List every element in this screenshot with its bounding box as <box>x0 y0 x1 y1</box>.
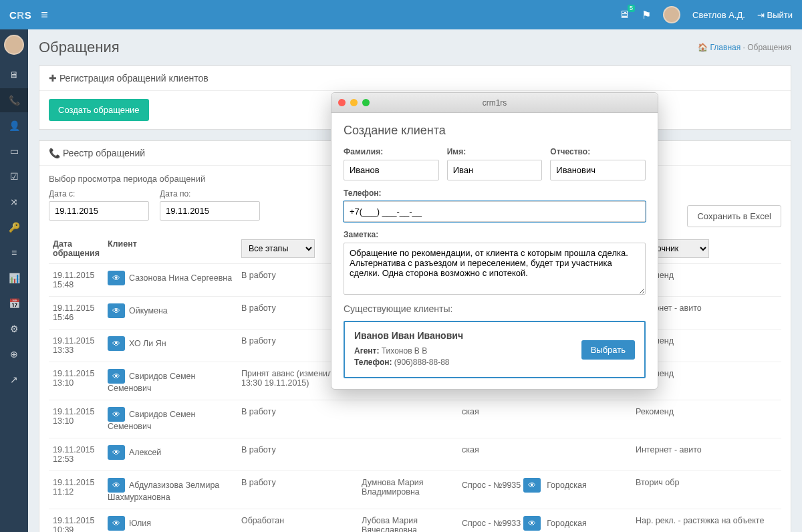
view-client-icon[interactable]: 👁 <box>108 407 125 422</box>
flag-icon[interactable]: ⚑ <box>642 9 651 21</box>
topbar: CRS ≡ 🖥5 ⚑ Светлов А.Д. ⇥ Выйти <box>0 0 802 29</box>
modal-window-title: crm1rs <box>331 98 658 108</box>
logout-button[interactable]: ⇥ Выйти <box>757 10 793 20</box>
create-request-button[interactable]: Создать обращение <box>49 99 149 121</box>
cell-deal: Спрос - №9933 👁 Городская <box>458 509 591 533</box>
lastname-label: Фамилия: <box>344 147 439 156</box>
calendar-icon[interactable]: 📅 <box>0 291 28 315</box>
cell-source: Рекоменд <box>632 400 781 438</box>
username-label: Светлов А.Д. <box>692 10 745 20</box>
phone-label: Телефон: <box>344 188 646 198</box>
cell-client: 👁ХО Ли Ян <box>104 329 237 362</box>
middlename-input[interactable] <box>550 160 646 180</box>
cell-date: 19.11.2015 15:48 <box>49 264 104 297</box>
cell-agent: Думнова Мария Владимировна <box>358 471 458 509</box>
note-textarea[interactable] <box>344 243 646 295</box>
middlename-label: Отчество: <box>550 147 646 156</box>
table-row: 19.11.2015 13:10 👁Свиридов Семен Семенов… <box>49 400 781 438</box>
cell-agent: Лубова Мария Вячеславовна <box>358 509 458 533</box>
cell-date: 19.11.2015 11:12 <box>49 471 104 509</box>
modal-titlebar[interactable]: crm1rs <box>331 93 658 113</box>
cell-client: 👁Свиридов Семен Семенович <box>104 362 237 400</box>
phone-input[interactable] <box>344 201 646 222</box>
globe-icon[interactable]: ⊕ <box>0 342 28 366</box>
cell-agent <box>358 438 458 471</box>
existing-clients-header: Существующие клиенты: <box>344 303 646 314</box>
cell-source: Вторич обр <box>632 471 781 509</box>
tablet-icon[interactable]: ▭ <box>0 139 28 163</box>
table-row: 19.11.2015 11:12 👁Абдулазизова Зелмира Ш… <box>49 471 781 509</box>
cell-client: 👁Алексей <box>104 438 237 471</box>
monitor-icon[interactable]: 🖥 <box>0 63 28 87</box>
monitor-icon[interactable]: 🖥5 <box>619 9 630 21</box>
avatar[interactable] <box>663 6 680 23</box>
breadcrumb-home[interactable]: Главная <box>710 43 741 52</box>
stage-filter-select[interactable]: Все этапы <box>241 239 315 258</box>
date-from-input[interactable] <box>49 201 149 221</box>
cell-deal: Спрос - №9935 👁 Городская <box>458 471 591 509</box>
view-client-icon[interactable]: 👁 <box>108 369 125 384</box>
chart-icon[interactable]: 📊 <box>0 266 28 290</box>
table-row: 19.11.2015 12:53 👁Алексей В работу ская … <box>49 438 781 471</box>
note-label: Заметка: <box>344 230 646 239</box>
cell-client: 👁Абдулазизова Зелмира Шахмурхановна <box>104 471 237 509</box>
existing-client-card: Иванов Иван Иванович Агент: Тихонов В В … <box>344 321 646 378</box>
cell-source: Нар. рекл. - растяжка на объекте <box>632 509 781 533</box>
view-client-icon[interactable]: 👁 <box>108 303 125 318</box>
key-icon[interactable]: 🔑 <box>0 215 28 239</box>
select-client-button[interactable]: Выбрать <box>581 340 635 360</box>
external-link-icon[interactable]: ↗ <box>0 368 28 392</box>
cell-deal: ская <box>458 400 591 438</box>
cell-deal: ская <box>458 438 591 471</box>
view-client-icon[interactable]: 👁 <box>108 271 125 285</box>
create-client-modal: crm1rs Создание клиента Фамилия: Имя: От… <box>331 92 658 390</box>
view-client-icon[interactable]: 👁 <box>108 516 125 531</box>
cell-date: 19.11.2015 15:46 <box>49 297 104 329</box>
date-to-input[interactable] <box>160 201 260 221</box>
existing-client-name: Иванов Иван Иванович <box>354 330 463 341</box>
cell-agent <box>358 400 458 438</box>
cell-stage: В работу <box>237 400 358 438</box>
cell-date: 19.11.2015 10:39 <box>49 509 104 533</box>
notification-badge: 5 <box>628 5 635 12</box>
settings-icon[interactable]: ⚙ <box>0 317 28 341</box>
cell-client: 👁Юлия <box>104 509 237 533</box>
view-deal-icon[interactable]: 👁 <box>523 478 541 493</box>
cell-client: 👁Свиридов Семен Семенович <box>104 400 237 438</box>
col-client: Клиент <box>104 234 237 264</box>
database-icon[interactable]: ≡ <box>0 241 28 265</box>
modal-title: Создание клиента <box>344 124 646 138</box>
firstname-input[interactable] <box>447 160 543 180</box>
cell-stage: В работу <box>237 438 358 471</box>
save-excel-button[interactable]: Сохранить в Excel <box>687 205 781 227</box>
user-icon[interactable]: 👤 <box>0 114 28 138</box>
view-client-icon[interactable]: 👁 <box>108 445 125 460</box>
cell-date: 19.11.2015 13:10 <box>49 400 104 438</box>
logo: CRS <box>9 9 31 21</box>
cell-client: 👁Ойкумена <box>104 297 237 329</box>
cell-stage: Обработан <box>237 509 358 533</box>
check-icon[interactable]: ☑ <box>0 164 28 188</box>
shuffle-icon[interactable]: ⤨ <box>0 190 28 214</box>
view-client-icon[interactable]: 👁 <box>108 478 125 493</box>
cell-stage: В работу <box>237 471 358 509</box>
cell-date: 19.11.2015 13:33 <box>49 329 104 362</box>
date-from-label: Дата с: <box>49 189 149 198</box>
breadcrumb: 🏠 Главная · Обращения <box>698 43 791 52</box>
col-date: Дата обращения <box>49 234 104 264</box>
cell-source: Интернет - авито <box>632 438 781 471</box>
date-to-label: Дата по: <box>160 189 260 198</box>
view-client-icon[interactable]: 👁 <box>108 336 125 351</box>
lastname-input[interactable] <box>344 160 439 180</box>
page-title: Обращения <box>39 39 120 56</box>
menu-toggle-icon[interactable]: ≡ <box>41 8 48 22</box>
registration-header: ✚ Регистрация обращений клиентов <box>39 66 791 91</box>
sidebar-avatar[interactable] <box>4 35 24 55</box>
cell-client: 👁Сазонова Нина Сергеевна <box>104 264 237 297</box>
firstname-label: Имя: <box>447 147 543 156</box>
table-row: 19.11.2015 10:39 👁Юлия Обработан Лубова … <box>49 509 781 533</box>
sidebar: 🖥 📞 👤 ▭ ☑ ⤨ 🔑 ≡ 📊 📅 ⚙ ⊕ ↗ <box>0 29 28 532</box>
phone-icon[interactable]: 📞 <box>0 88 28 112</box>
cell-date: 19.11.2015 13:10 <box>49 362 104 400</box>
view-deal-icon[interactable]: 👁 <box>523 516 541 531</box>
